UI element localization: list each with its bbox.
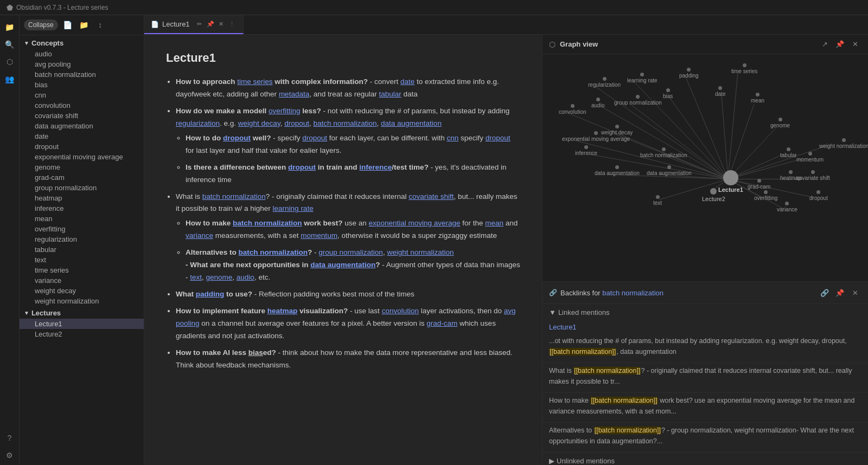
graph-pin-btn[interactable]: 📌 [833,38,846,51]
graph-node-weight-norm[interactable]: weight normalization [819,138,868,149]
concepts-section-header[interactable]: ▼ Concepts [20,37,144,49]
tree-item-group-normalization[interactable]: group normalization [20,183,144,193]
link-variance[interactable]: variance [186,231,213,240]
link-group-norm[interactable]: group normalization [318,248,383,256]
graph-node-grad-cam[interactable]: grad-cam [748,179,770,190]
link-mean[interactable]: mean [485,219,503,227]
tab-close-btn[interactable]: ✕ [217,20,226,29]
tab-lecture1[interactable]: 📄 Lecture1 ✏ 📌 ✕ ⋮ [144,15,244,34]
tree-item-bias[interactable]: bias [20,80,144,90]
tree-item-dropout[interactable]: dropout [20,141,144,152]
graph-node-lecture2[interactable]: Lecture2 [702,188,725,202]
graph-node-audio[interactable]: audio [591,98,604,108]
link-time-series[interactable]: time series [237,78,272,86]
link-genome[interactable]: genome [206,273,233,281]
tree-item-tabular[interactable]: tabular [20,244,144,255]
graph-node-regularization[interactable]: regularization [588,77,621,88]
link-batch-norm4[interactable]: batch normalization [239,248,308,256]
collapse-button[interactable]: Collapse [24,20,58,30]
tree-item-variance[interactable]: variance [20,275,144,286]
sidebar-icon-files[interactable]: 📁 [2,20,17,35]
linked-mentions-header[interactable]: ▼ Linked mentions [542,304,868,321]
tree-item-lecture1[interactable]: Lecture1 [20,319,144,329]
tree-item-time-series[interactable]: time series [20,265,144,275]
tab-more-btn[interactable]: ⋮ [228,20,237,29]
graph-node-learning-rate[interactable]: learning rate [627,73,658,83]
link-heatmap[interactable]: heatmap [267,307,298,315]
link-grad-cam[interactable]: grad-cam [426,319,457,327]
tree-item-data-augmentation[interactable]: data augmentation [20,121,144,131]
graph-node-momentum[interactable]: momentum [796,152,824,163]
new-folder-button[interactable]: 📁 [78,18,91,31]
tree-item-date[interactable]: date [20,131,144,141]
graph-external-link-btn[interactable]: ↗ [818,38,831,51]
link-inference[interactable]: inference [359,163,392,171]
new-file-button[interactable]: 📄 [61,18,74,31]
sidebar-icon-search[interactable]: 🔍 [2,37,17,52]
tree-item-avg-pooling[interactable]: avg pooling [20,59,144,69]
tab-edit-btn[interactable]: ✏ [195,20,204,29]
tree-item-weight-decay[interactable]: weight decay [20,286,144,296]
tree-item-cnn[interactable]: cnn [20,90,144,100]
graph-node-covariate-shift[interactable]: covariate shift [796,170,830,181]
graph-node-overfitting[interactable]: overfitting [754,190,777,201]
link-momentum[interactable]: momentum [301,231,337,240]
graph-node-mean[interactable]: mean [751,93,764,104]
link-dropout2[interactable]: dropout [223,134,251,142]
link-bias[interactable]: bias [248,348,263,357]
link-dropout3[interactable]: dropout [302,134,327,142]
tree-item-convolution[interactable]: convolution [20,100,144,111]
link-batch-norm-inline[interactable]: batch normalization [313,119,376,127]
graph-close-btn[interactable]: ✕ [848,38,861,51]
link-batch-norm2[interactable]: batch normalization [202,192,266,201]
graph-node-data-aug1[interactable]: data augmentation [595,165,640,176]
link-exp-ma[interactable]: exponential moving average [369,219,461,227]
tree-item-weight-normalization[interactable]: weight normalization [20,296,144,306]
link-weight-norm[interactable]: weight normalization [387,248,454,256]
lectures-section-header[interactable]: ▼ Lectures [20,307,144,319]
link-dropout4[interactable]: dropout [486,134,510,142]
backlink-source-lecture1[interactable]: Lecture1 [542,321,868,333]
backlinks-pin-btn[interactable]: 📌 [833,286,846,299]
graph-node-dropout[interactable]: dropout [809,190,828,201]
tree-item-exponential-moving-average[interactable]: exponential moving average [20,152,144,162]
sidebar-icon-community[interactable]: 👥 [2,72,17,87]
link-cnn[interactable]: cnn [446,134,458,142]
link-regularization[interactable]: regularization [176,119,220,127]
tree-item-regularization[interactable]: regularization [20,234,144,244]
tree-item-inference[interactable]: inference [20,203,144,214]
graph-node-time-series[interactable]: time series [731,63,757,74]
graph-node-exp-ma[interactable]: exponential moving average [562,131,630,142]
link-overfitting[interactable]: overfitting [269,107,301,115]
link-covariate-shift[interactable]: covariate shift [409,192,454,201]
graph-node-inference[interactable]: inference [575,145,597,156]
link-learning-rate[interactable]: learning rate [273,204,314,212]
graph-node-convolution[interactable]: convolution [559,104,586,115]
tree-item-lecture2[interactable]: Lecture2 [20,329,144,339]
link-tabular[interactable]: tabular [379,90,401,98]
link-data-augmentation[interactable]: data augmentation [381,119,442,127]
backlinks-link-btn[interactable]: 🔗 [818,286,831,299]
graph-node-batch-norm[interactable]: batch normalization [640,147,687,158]
link-dropout5[interactable]: dropout [288,163,316,171]
link-text[interactable]: text [190,273,202,281]
sidebar-icon-help[interactable]: ? [2,430,17,445]
link-convolution[interactable]: convolution [382,307,419,315]
graph-node-padding[interactable]: padding [679,68,699,79]
tree-item-batch-normalization[interactable]: batch normalization [20,69,144,80]
graph-node-text[interactable]: text [653,195,662,206]
tree-item-mean[interactable]: mean [20,214,144,224]
sort-button[interactable]: ↕ [94,18,107,31]
graph-node-tabular[interactable]: tabular [780,147,797,158]
link-dropout[interactable]: dropout [284,119,309,127]
link-data-aug2[interactable]: data augmentation [310,261,375,269]
tree-item-text[interactable]: text [20,255,144,265]
tree-item-genome[interactable]: genome [20,162,144,172]
graph-node-bias[interactable]: bias [663,88,673,99]
graph-node-variance[interactable]: variance [777,202,797,212]
tree-item-heatmap[interactable]: heatmap [20,193,144,203]
graph-node-data-aug2[interactable]: data augmentation [647,165,692,176]
sidebar-icon-graph[interactable]: ⬡ [2,54,17,69]
tree-item-grad-cam[interactable]: grad-cam [20,172,144,183]
tree-item-covariate-shift[interactable]: covariate shift [20,111,144,121]
